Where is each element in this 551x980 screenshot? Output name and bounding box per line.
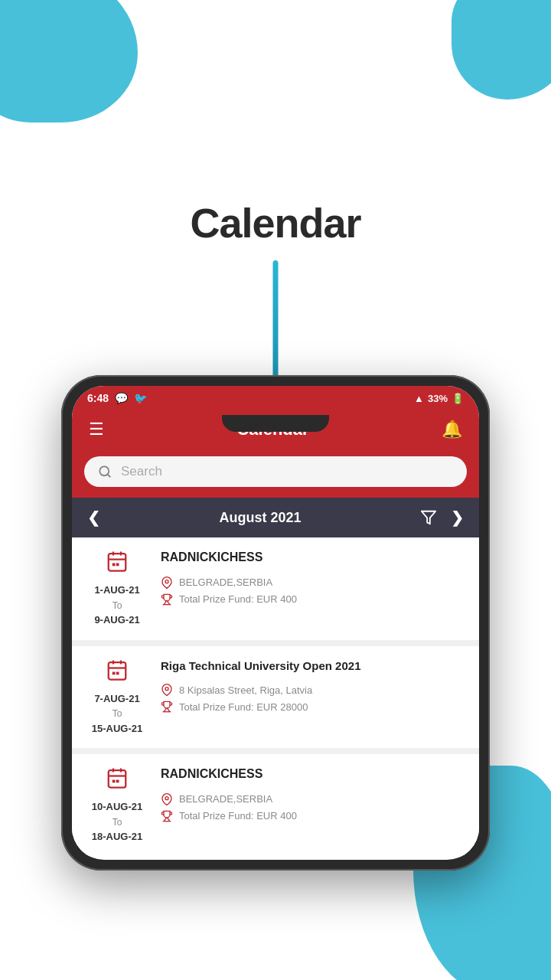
svg-rect-17: [109, 770, 126, 788]
phone-screen: 6:48 💬 🐦 ▲ 33% 🔋 ☰ Calendar 🔔: [72, 386, 479, 860]
location-icon-0: [161, 577, 173, 589]
bg-decoration-top-left: [0, 0, 138, 122]
svg-point-16: [165, 688, 168, 691]
status-bar: 6:48 💬 🐦 ▲ 33% 🔋: [72, 386, 479, 409]
event-prize-1: Total Prize Fund: EUR 28000: [161, 701, 467, 713]
svg-point-23: [165, 796, 168, 799]
phone-mockup: 6:48 💬 🐦 ▲ 33% 🔋 ☰ Calendar 🔔: [61, 375, 490, 871]
next-month-button[interactable]: ❯: [451, 508, 464, 527]
status-time: 6:48: [87, 392, 109, 404]
svg-rect-21: [112, 780, 116, 783]
event-prize-2: Total Prize Fund: EUR 400: [161, 810, 467, 822]
event-prize-text-1: Total Prize Fund: EUR 28000: [179, 701, 308, 713]
event-prize-text-2: Total Prize Fund: EUR 400: [179, 810, 297, 822]
event-card-0[interactable]: 1-AUG-21 To 9-AUG-21 RADNICKICHESS: [72, 537, 479, 640]
event-title-0: RADNICKICHESS: [161, 550, 467, 566]
event-date-1: 7-AUG-21 To 15-AUG-21: [92, 691, 142, 737]
phone-notch: [222, 415, 329, 432]
month-nav-right: ❯: [420, 508, 464, 527]
trophy-icon-2: [161, 810, 173, 822]
bg-decoration-top-right: [452, 0, 551, 100]
page-title-section: Calendar: [0, 199, 551, 247]
event-info-1: Riga Technical University Open 2021 8 Ki…: [161, 658, 467, 718]
svg-rect-22: [116, 780, 119, 783]
location-icon-1: [161, 684, 173, 696]
battery-text: 33%: [428, 393, 448, 404]
filter-icon[interactable]: [420, 509, 437, 526]
event-location-text-0: BELGRADE,SERBIA: [179, 577, 272, 588]
phone-outer-frame: 6:48 💬 🐦 ▲ 33% 🔋 ☰ Calendar 🔔: [61, 375, 490, 871]
trophy-icon-1: [161, 701, 173, 713]
event-title-2: RADNICKICHESS: [161, 766, 467, 782]
status-left: 6:48 💬 🐦: [87, 392, 147, 404]
calendar-icon-0: [106, 550, 129, 578]
svg-line-1: [107, 474, 109, 476]
trophy-icon-0: [161, 593, 173, 606]
location-icon-2: [161, 793, 173, 805]
svg-rect-8: [116, 564, 119, 567]
search-bar[interactable]: Search: [84, 456, 467, 487]
current-month-label: August 2021: [219, 510, 301, 526]
event-date-section-2: 10-AUG-21 To 18-AUG-21: [84, 766, 161, 844]
event-info-2: RADNICKICHESS BELGRADE,SERBIA: [161, 766, 467, 827]
svg-rect-7: [112, 564, 116, 567]
twitter-icon: 🐦: [134, 392, 147, 404]
svg-point-9: [165, 580, 168, 583]
event-prize-text-0: Total Prize Fund: EUR 400: [179, 593, 297, 605]
prev-month-button[interactable]: ❮: [87, 508, 100, 527]
event-location-text-2: BELGRADE,SERBIA: [179, 793, 272, 805]
search-container: Search: [72, 450, 479, 498]
battery-icon: 🔋: [452, 393, 464, 404]
events-list: 1-AUG-21 To 9-AUG-21 RADNICKICHESS: [72, 537, 479, 857]
svg-rect-15: [116, 671, 119, 675]
signal-icon: ▲: [414, 393, 424, 404]
calendar-icon-2: [106, 766, 129, 795]
svg-rect-14: [112, 671, 116, 675]
svg-rect-10: [109, 662, 126, 680]
page-title: Calendar: [0, 199, 551, 247]
event-info-0: RADNICKICHESS BELGRADE,SERBIA: [161, 550, 467, 610]
event-date-2: 10-AUG-21 To 18-AUG-21: [92, 799, 142, 844]
search-icon: [98, 465, 112, 479]
whatsapp-icon: 💬: [115, 392, 128, 404]
event-card-2[interactable]: 10-AUG-21 To 18-AUG-21 RADNICKICHESS: [72, 754, 479, 857]
menu-icon[interactable]: ☰: [89, 420, 104, 439]
event-date-0: 1-AUG-21 To 9-AUG-21: [94, 583, 139, 628]
notification-bell-icon[interactable]: 🔔: [442, 420, 462, 439]
event-location-0: BELGRADE,SERBIA: [161, 577, 467, 589]
event-location-2: BELGRADE,SERBIA: [161, 793, 467, 805]
search-placeholder: Search: [121, 464, 162, 479]
event-date-section-0: 1-AUG-21 To 9-AUG-21: [84, 550, 161, 628]
event-location-text-1: 8 Kipsalas Street, Riga, Latvia: [179, 684, 312, 696]
month-navigation: ❮ August 2021 ❯: [72, 498, 479, 537]
event-prize-0: Total Prize Fund: EUR 400: [161, 593, 467, 606]
status-right: ▲ 33% 🔋: [414, 393, 464, 404]
event-location-1: 8 Kipsalas Street, Riga, Latvia: [161, 684, 467, 696]
event-date-section-1: 7-AUG-21 To 15-AUG-21: [84, 658, 161, 737]
svg-rect-3: [109, 554, 126, 571]
calendar-icon-1: [106, 658, 129, 687]
event-title-1: Riga Technical University Open 2021: [161, 658, 467, 674]
svg-marker-2: [422, 511, 435, 524]
event-card-1[interactable]: 7-AUG-21 To 15-AUG-21 Riga Technical Uni…: [72, 646, 479, 749]
